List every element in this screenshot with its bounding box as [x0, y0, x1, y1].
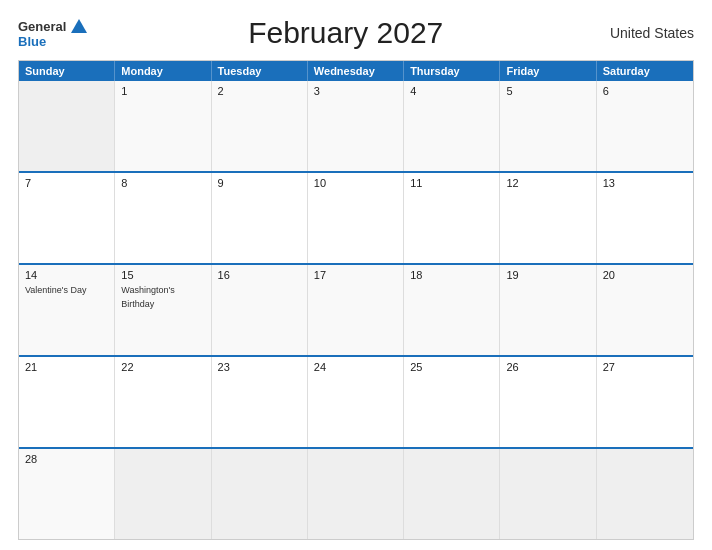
day-headers-row: Sunday Monday Tuesday Wednesday Thursday…	[19, 61, 693, 81]
weeks-container: 1234567891011121314Valentine's Day15Wash…	[19, 81, 693, 539]
day-cell: 11	[404, 173, 500, 263]
day-cell: 10	[308, 173, 404, 263]
day-cell	[404, 449, 500, 539]
day-number: 9	[218, 177, 301, 189]
day-number: 4	[410, 85, 493, 97]
day-number: 24	[314, 361, 397, 373]
day-number: 10	[314, 177, 397, 189]
header-saturday: Saturday	[597, 61, 693, 81]
week-row-4: 21222324252627	[19, 355, 693, 447]
day-cell: 19	[500, 265, 596, 355]
day-number: 2	[218, 85, 301, 97]
day-cell: 27	[597, 357, 693, 447]
week-row-5: 28	[19, 447, 693, 539]
day-number: 21	[25, 361, 108, 373]
day-cell: 7	[19, 173, 115, 263]
day-cell	[212, 449, 308, 539]
day-cell	[308, 449, 404, 539]
logo: General Blue	[18, 19, 87, 48]
day-cell	[597, 449, 693, 539]
day-number: 12	[506, 177, 589, 189]
day-cell: 12	[500, 173, 596, 263]
day-cell: 6	[597, 81, 693, 171]
header-wednesday: Wednesday	[308, 61, 404, 81]
day-cell: 22	[115, 357, 211, 447]
day-number: 19	[506, 269, 589, 281]
day-cell: 5	[500, 81, 596, 171]
header-monday: Monday	[115, 61, 211, 81]
week-row-2: 78910111213	[19, 171, 693, 263]
day-number: 11	[410, 177, 493, 189]
calendar-title: February 2027	[87, 16, 604, 50]
day-cell: 16	[212, 265, 308, 355]
day-number: 3	[314, 85, 397, 97]
day-number: 8	[121, 177, 204, 189]
day-cell: 9	[212, 173, 308, 263]
header-thursday: Thursday	[404, 61, 500, 81]
day-number: 26	[506, 361, 589, 373]
event-label: Valentine's Day	[25, 285, 87, 295]
day-cell: 17	[308, 265, 404, 355]
day-number: 17	[314, 269, 397, 281]
day-cell: 4	[404, 81, 500, 171]
logo-general-text: General	[18, 20, 66, 33]
day-cell: 24	[308, 357, 404, 447]
day-number: 22	[121, 361, 204, 373]
calendar-grid: Sunday Monday Tuesday Wednesday Thursday…	[18, 60, 694, 540]
day-cell	[500, 449, 596, 539]
day-cell: 28	[19, 449, 115, 539]
event-label: Washington's Birthday	[121, 285, 174, 309]
day-cell: 8	[115, 173, 211, 263]
day-number: 5	[506, 85, 589, 97]
logo-triangle-icon	[71, 19, 87, 33]
day-cell: 1	[115, 81, 211, 171]
day-number: 25	[410, 361, 493, 373]
day-cell: 13	[597, 173, 693, 263]
header: General Blue February 2027 United States	[18, 16, 694, 50]
logo-blue-text: Blue	[18, 35, 46, 48]
day-number: 16	[218, 269, 301, 281]
day-number: 27	[603, 361, 687, 373]
day-cell: 26	[500, 357, 596, 447]
header-tuesday: Tuesday	[212, 61, 308, 81]
day-number: 1	[121, 85, 204, 97]
day-cell	[19, 81, 115, 171]
day-number: 13	[603, 177, 687, 189]
day-number: 6	[603, 85, 687, 97]
day-number: 28	[25, 453, 108, 465]
day-number: 23	[218, 361, 301, 373]
day-cell: 20	[597, 265, 693, 355]
week-row-3: 14Valentine's Day15Washington's Birthday…	[19, 263, 693, 355]
day-number: 18	[410, 269, 493, 281]
day-number: 7	[25, 177, 108, 189]
day-cell: 3	[308, 81, 404, 171]
week-row-1: 123456	[19, 81, 693, 171]
day-number: 20	[603, 269, 687, 281]
calendar-page: General Blue February 2027 United States…	[0, 0, 712, 550]
day-cell: 18	[404, 265, 500, 355]
day-cell: 21	[19, 357, 115, 447]
day-cell: 2	[212, 81, 308, 171]
day-cell	[115, 449, 211, 539]
day-number: 15	[121, 269, 204, 281]
day-cell: 25	[404, 357, 500, 447]
header-friday: Friday	[500, 61, 596, 81]
header-sunday: Sunday	[19, 61, 115, 81]
day-number: 14	[25, 269, 108, 281]
day-cell: 14Valentine's Day	[19, 265, 115, 355]
day-cell: 23	[212, 357, 308, 447]
country-label: United States	[604, 25, 694, 41]
day-cell: 15Washington's Birthday	[115, 265, 211, 355]
